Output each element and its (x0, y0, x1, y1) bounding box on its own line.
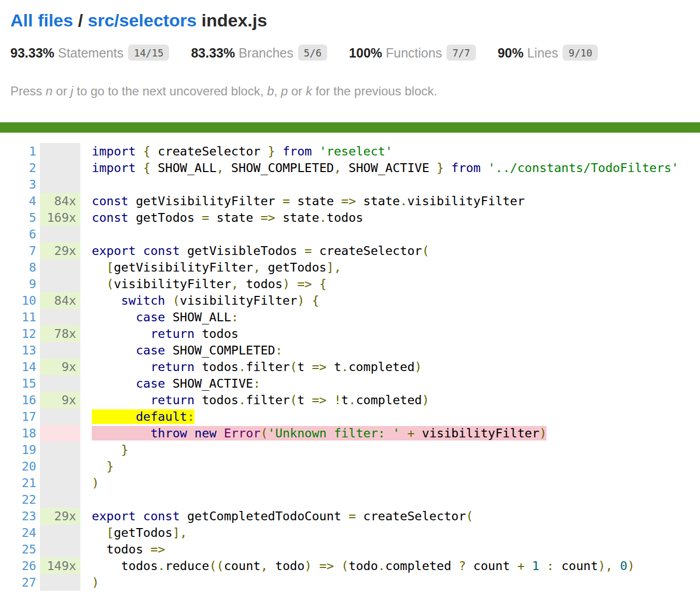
breadcrumb-folder[interactable]: src/selectors (88, 10, 197, 30)
code-line: 13 case SHOW_COMPLETED: (0, 342, 700, 359)
hit-count: 9x (40, 392, 80, 408)
code-line: 5169xconst getTodos = state => state.tod… (0, 209, 700, 226)
source-text: ) (80, 574, 700, 591)
line-number: 27 (0, 574, 36, 591)
source-text: case SHOW_ALL: (80, 309, 700, 325)
line-number: 22 (0, 491, 36, 508)
hint-key: p (281, 84, 288, 98)
line-number: 9 (0, 276, 36, 292)
source-text: } (80, 442, 700, 458)
code-line: 11 case SHOW_ALL: (0, 309, 700, 325)
stat-label: Statements (54, 46, 123, 60)
hit-count (40, 408, 80, 425)
stat-branches: 83.33% Branches5/6 (191, 45, 327, 61)
source-text: return todos.filter(t => !t.completed) (80, 392, 700, 408)
stat-label: Lines (524, 46, 558, 60)
breadcrumb-all-files[interactable]: All files (10, 10, 73, 30)
source-text: throw new Error('Unknown filter: ' + vis… (80, 425, 700, 442)
code-line: 2329xexport const getCompletedTodoCount … (0, 508, 700, 524)
code-line: 169x return todos.filter(t => !t.complet… (0, 392, 700, 408)
source-text: import { createSelector } from 'reselect… (80, 143, 700, 160)
hit-count (40, 442, 80, 458)
code-line: 17 default: (0, 408, 700, 425)
line-number: 17 (0, 408, 36, 425)
source-text: return todos.filter(t => t.completed) (80, 359, 700, 375)
line-number: 14 (0, 359, 36, 375)
hit-count (40, 160, 80, 176)
hint-text: or (288, 84, 306, 98)
source-text: case SHOW_COMPLETED: (80, 342, 700, 359)
source-text: (visibilityFilter, todos) => { (80, 276, 700, 292)
stat-functions: 100% Functions7/7 (349, 45, 476, 61)
code-line: 19 } (0, 442, 700, 458)
hit-count (40, 458, 80, 475)
code-line: 22 (0, 491, 700, 508)
code-line: 26149x todos.reduce((count, todo) => (to… (0, 558, 700, 574)
code-line: 20 } (0, 458, 700, 475)
hit-count (40, 143, 80, 160)
stat-label: Functions (382, 46, 442, 60)
hit-count (40, 276, 80, 292)
stat-percentage: 100% (349, 46, 382, 60)
hit-count (40, 176, 80, 193)
code-line: 27 ) (0, 574, 700, 591)
line-number: 18 (0, 425, 36, 442)
hit-count: 84x (40, 193, 80, 209)
line-number: 6 (0, 226, 36, 243)
code-line: 15 case SHOW_ACTIVE: (0, 375, 700, 392)
hit-count (40, 375, 80, 392)
source-text (80, 226, 700, 243)
code-line: 25 todos => (0, 541, 700, 558)
hit-count (40, 574, 80, 591)
hint-key: b (267, 84, 274, 98)
source-text: switch (visibilityFilter) { (80, 292, 700, 309)
hit-count (40, 491, 80, 508)
line-number: 23 (0, 508, 36, 524)
code-line: 1278x return todos (0, 325, 700, 342)
code-line: 1 import { createSelector } from 'resele… (0, 143, 700, 160)
hit-count (40, 541, 80, 558)
code-line: 8 [getVisibilityFilter, getTodos], (0, 259, 700, 276)
line-number: 10 (0, 292, 36, 309)
source-text: case SHOW_ACTIVE: (80, 375, 700, 392)
line-number: 5 (0, 209, 36, 226)
page-header: All files / src/selectors index.js (0, 10, 700, 31)
stat-percentage: 90% (498, 46, 524, 60)
code-line: 18 throw new Error('Unknown filter: ' + … (0, 425, 700, 442)
source-text: import { SHOW_ALL, SHOW_COMPLETED, SHOW_… (80, 160, 700, 176)
hit-count (40, 425, 80, 442)
stat-statements: 93.33% Statements14/15 (10, 45, 169, 61)
line-number: 11 (0, 309, 36, 325)
stat-label: Branches (235, 46, 293, 60)
code-area: 1 import { createSelector } from 'resele… (0, 143, 700, 591)
line-number: 3 (0, 176, 36, 193)
stat-percentage: 83.33% (191, 46, 235, 60)
hit-count: 84x (40, 292, 80, 309)
hit-count: 9x (40, 359, 80, 375)
hit-count: 78x (40, 325, 80, 342)
hit-count (40, 524, 80, 541)
breadcrumb: All files / src/selectors index.js (10, 10, 690, 31)
hint-key: n (46, 84, 52, 98)
source-text: todos.reduce((count, todo) => (todo.comp… (80, 558, 700, 574)
line-number: 20 (0, 458, 36, 475)
code-line: 24 [getTodos], (0, 524, 700, 541)
source-text: export const getVisibleTodos = createSel… (80, 243, 700, 259)
line-number: 2 (0, 160, 36, 176)
source-text: } (80, 458, 700, 475)
code-line: 3 (0, 176, 700, 193)
code-line: 484xconst getVisibilityFilter = state =>… (0, 193, 700, 209)
source-text: [getTodos], (80, 524, 700, 541)
source-text: const getVisibilityFilter = state => sta… (80, 193, 700, 209)
stat-fraction-badge: 7/7 (446, 45, 475, 61)
line-number: 15 (0, 375, 36, 392)
line-number: 4 (0, 193, 36, 209)
line-number: 19 (0, 442, 36, 458)
code-line: 21 ) (0, 475, 700, 491)
hint-key: k (306, 84, 312, 98)
hint-text: or (52, 84, 71, 98)
source-text: [getVisibilityFilter, getTodos], (80, 259, 700, 276)
hit-count: 149x (40, 558, 80, 574)
code-line: 1084x switch (visibilityFilter) { (0, 292, 700, 309)
line-number: 16 (0, 392, 36, 408)
